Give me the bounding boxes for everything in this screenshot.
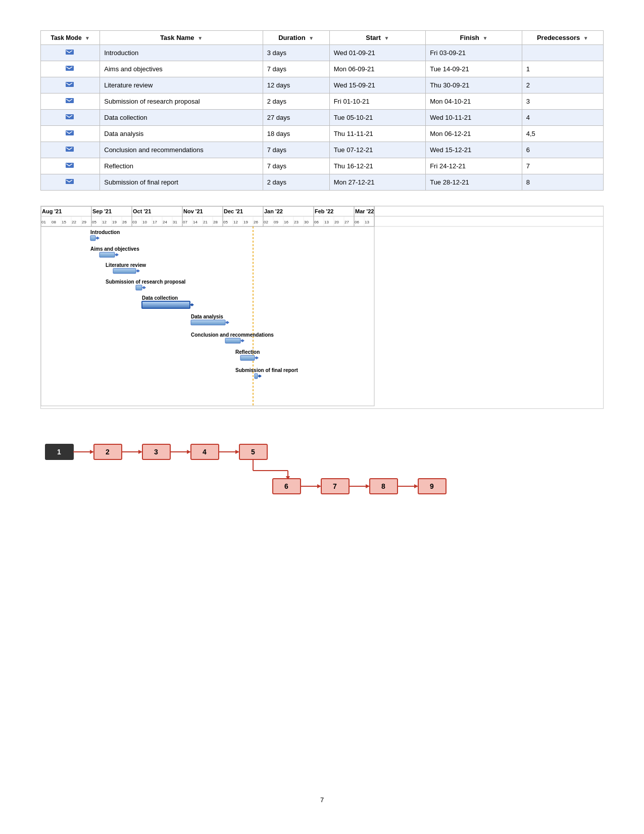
gantt-label-finalreport: Submission of final report — [235, 367, 299, 373]
task-mode-cell — [41, 142, 100, 158]
arrowhead-3-4 — [187, 450, 191, 454]
svg-text:19: 19 — [112, 220, 117, 224]
svg-text:17: 17 — [153, 220, 157, 224]
predecessors-cell: 3 — [522, 94, 603, 110]
svg-text:22: 22 — [72, 220, 76, 224]
gantt-bar-proposal — [136, 285, 142, 290]
svg-text:13: 13 — [324, 220, 329, 224]
gantt-label-datacollect: Data collection — [142, 295, 178, 301]
gantt-marker-finalreport — [258, 375, 262, 378]
gantt-chart-section: Aug '21 Sep '21 Oct '21 Nov '21 Dec '21 … — [40, 206, 604, 409]
task-name-cell: Data collection — [100, 110, 263, 126]
task-mode-cell — [41, 61, 100, 77]
finish-filter-arrow[interactable]: ▼ — [482, 35, 487, 41]
predecessors-filter-arrow[interactable]: ▼ — [583, 35, 588, 41]
gantt-marker-reflection — [255, 356, 259, 359]
start-cell: Mon 27-12-21 — [329, 174, 426, 191]
th-duration[interactable]: Duration ▼ — [263, 31, 329, 45]
gantt-bar-finalreport — [255, 374, 258, 379]
task-name-cell: Introduction — [100, 45, 263, 61]
predecessors-cell: 7 — [522, 158, 603, 174]
task-table: Task Mode ▼ Task Name ▼ Duration ▼ Start… — [40, 30, 604, 191]
gantt-marker-proposal — [142, 286, 146, 289]
start-filter-arrow[interactable]: ▼ — [384, 35, 389, 41]
task-name-cell: Data analysis — [100, 126, 263, 142]
gantt-label-introduction: Introduction — [90, 229, 120, 235]
duration-cell: 3 days — [263, 45, 329, 61]
task-name-filter-arrow[interactable]: ▼ — [197, 35, 203, 41]
network-box-7-label: 7 — [333, 482, 337, 490]
predecessors-cell: 4 — [522, 110, 603, 126]
arrowhead-4-5 — [235, 450, 239, 454]
svg-text:14: 14 — [193, 220, 197, 224]
svg-text:02: 02 — [264, 220, 268, 224]
svg-text:29: 29 — [82, 220, 86, 224]
svg-text:05: 05 — [223, 220, 228, 224]
svg-text:Dec '21: Dec '21 — [224, 208, 243, 214]
th-task-mode[interactable]: Task Mode ▼ — [41, 31, 100, 45]
svg-text:Mar '22: Mar '22 — [355, 208, 374, 214]
gantt-label-proposal: Submission of research proposal — [106, 279, 186, 285]
gantt-marker-datacollect — [190, 303, 194, 306]
duration-cell: 7 days — [263, 61, 329, 77]
th-task-name[interactable]: Task Name ▼ — [100, 31, 263, 45]
network-box-5-label: 5 — [251, 448, 255, 456]
duration-cell: 7 days — [263, 158, 329, 174]
gantt-bar-conclusion — [225, 338, 240, 343]
finish-cell: Mon 04-10-21 — [426, 94, 522, 110]
network-box-1-label: 1 — [57, 448, 61, 456]
table-row: Conclusion and recommendations7 daysTue … — [41, 142, 604, 158]
arrowhead-8-9 — [414, 484, 418, 488]
svg-text:27: 27 — [344, 220, 349, 224]
finish-cell: Wed 10-11-21 — [426, 110, 522, 126]
predecessors-cell: 6 — [522, 142, 603, 158]
start-cell: Mon 06-09-21 — [329, 61, 426, 77]
gantt-label-litreview: Literature review — [106, 262, 146, 268]
table-row: Data collection27 daysTue 05-10-21Wed 10… — [41, 110, 604, 126]
task-table-section: Task Mode ▼ Task Name ▼ Duration ▼ Start… — [40, 30, 604, 191]
duration-cell: 2 days — [263, 174, 329, 191]
start-cell: Wed 01-09-21 — [329, 45, 426, 61]
th-predecessors[interactable]: Predecessors ▼ — [522, 31, 603, 45]
predecessors-cell: 1 — [522, 61, 603, 77]
finish-cell: Fri 24-12-21 — [426, 158, 522, 174]
predecessors-cell: 8 — [522, 174, 603, 191]
predecessors-cell: 2 — [522, 77, 603, 94]
gantt-label-reflection: Reflection — [235, 349, 260, 355]
gantt-marker-aims — [115, 253, 119, 256]
svg-text:Jan '22: Jan '22 — [264, 208, 283, 214]
svg-text:06: 06 — [314, 220, 319, 224]
svg-text:20: 20 — [334, 220, 339, 224]
svg-text:24: 24 — [163, 220, 167, 224]
network-box-6-label: 6 — [284, 482, 288, 490]
gantt-svg: Aug '21 Sep '21 Oct '21 Nov '21 Dec '21 … — [41, 206, 604, 408]
start-cell: Tue 05-10-21 — [329, 110, 426, 126]
finish-cell: Fri 03-09-21 — [426, 45, 522, 61]
gantt-marker-introduction — [95, 237, 100, 240]
svg-text:Nov '21: Nov '21 — [183, 208, 203, 214]
th-finish[interactable]: Finish ▼ — [426, 31, 522, 45]
svg-text:26: 26 — [254, 220, 258, 224]
start-cell: Wed 15-09-21 — [329, 77, 426, 94]
start-cell: Thu 11-11-21 — [329, 126, 426, 142]
table-row: Submission of final report2 daysMon 27-1… — [41, 174, 604, 191]
svg-text:Oct '21: Oct '21 — [133, 208, 151, 214]
svg-text:06: 06 — [355, 220, 359, 224]
table-row: Submission of research proposal2 daysFri… — [41, 94, 604, 110]
svg-text:01: 01 — [41, 220, 46, 224]
th-start[interactable]: Start ▼ — [329, 31, 426, 45]
svg-text:12: 12 — [102, 220, 107, 224]
gantt-bar-reflection — [240, 355, 255, 360]
svg-text:31: 31 — [173, 220, 177, 224]
svg-text:10: 10 — [142, 220, 147, 224]
task-mode-cell — [41, 158, 100, 174]
svg-text:12: 12 — [233, 220, 238, 224]
finish-cell: Wed 15-12-21 — [426, 142, 522, 158]
duration-filter-arrow[interactable]: ▼ — [309, 35, 314, 41]
task-mode-filter-arrow[interactable]: ▼ — [85, 35, 90, 41]
finish-cell: Tue 14-09-21 — [426, 61, 522, 77]
svg-text:08: 08 — [52, 220, 56, 224]
gantt-bar-datacollect — [142, 301, 190, 308]
network-box-8-label: 8 — [381, 482, 385, 490]
duration-cell: 2 days — [263, 94, 329, 110]
